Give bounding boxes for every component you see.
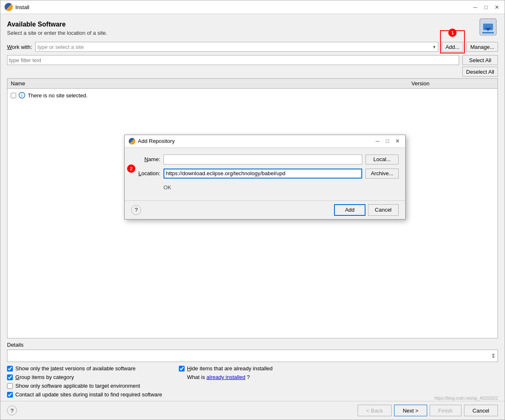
add-button[interactable]: Add... (442, 42, 463, 52)
ok-text: OK (164, 184, 171, 191)
bottom-bar: ? < Back Next > Finish Cancel (0, 401, 505, 420)
title-bar: Install ─ □ ✕ (0, 0, 505, 14)
contact-update-label: Contact all update sites during install … (15, 391, 162, 398)
already-installed-row: What is already installed ? (179, 374, 273, 380)
options-col-left: Show only the latest versions of availab… (7, 365, 162, 398)
col-name: Name (11, 80, 411, 87)
cancel-button[interactable]: Cancel (464, 405, 498, 416)
bottom-right: < Back Next > Finish Cancel (358, 405, 498, 416)
dialog-title-bar: Add Repository ─ □ ✕ (125, 135, 405, 148)
contact-update-checkbox[interactable] (7, 392, 13, 398)
col-version: Version (411, 80, 494, 87)
add-repository-dialog: Add Repository ─ □ ✕ Name: Local... (124, 135, 406, 220)
watermark: https://blog.csdn.net/qq_45202022 (435, 396, 498, 401)
options-section: Show only the latest versions of availab… (7, 365, 498, 398)
show-latest-label: Show only the latest versions of availab… (15, 365, 136, 372)
group-by-category-label: Group items by category (15, 374, 74, 380)
dialog-help-button[interactable]: ? (131, 205, 141, 215)
minimize-button[interactable]: ─ (471, 3, 479, 11)
page-subtitle: Select a site or enter the location of a… (7, 30, 498, 36)
details-input: ⇕ (7, 350, 498, 362)
title-bar-controls: ─ □ ✕ (471, 3, 500, 11)
add-button-wrapper: 1 Add... (442, 42, 463, 52)
local-button[interactable]: Local... (366, 154, 399, 164)
work-with-placeholder: type or select a site (37, 44, 84, 50)
select-all-button[interactable]: Select All (462, 55, 498, 65)
title-bar-left: Install (5, 3, 29, 11)
archive-button[interactable]: Archive... (366, 169, 399, 179)
dialog-eclipse-icon (129, 138, 135, 145)
no-site-checkbox[interactable] (11, 93, 16, 98)
finish-button[interactable]: Finish (430, 405, 462, 416)
show-applicable-row: Show only software applicable to target … (7, 383, 162, 389)
name-field-label: Name: (131, 156, 160, 162)
group-by-category-row: Group items by category (7, 374, 162, 380)
close-button[interactable]: ✕ (493, 3, 500, 11)
hide-installed-row: Hide items that are already installed (179, 365, 273, 372)
dialog-close-button[interactable]: ✕ (394, 138, 401, 145)
dialog-bottom-right: Add Cancel (334, 204, 399, 216)
options-col-right: Hide items that are already installed Wh… (179, 365, 273, 398)
bottom-left: ? (7, 406, 17, 415)
dialog-controls: ─ □ ✕ (374, 138, 401, 145)
no-site-message: There is no site selected. (28, 92, 88, 99)
install-icon-area (478, 17, 498, 38)
side-buttons: Select All Deselect All (462, 55, 498, 77)
location-field-label: Location: (131, 170, 160, 176)
dialog-minimize-button[interactable]: ─ (374, 138, 381, 145)
show-applicable-checkbox[interactable] (7, 383, 13, 389)
info-icon: i (19, 92, 25, 99)
filter-input[interactable] (7, 55, 459, 65)
maximize-button[interactable]: □ (482, 3, 490, 11)
window-title: Install (15, 4, 29, 10)
question-mark: ? (247, 374, 250, 380)
install-window: Install ─ □ ✕ Available Software Select … (0, 0, 505, 420)
details-arrows-icon: ⇕ (491, 352, 496, 359)
details-section: Details ⇕ (7, 342, 498, 362)
dialog-title-left: Add Repository (129, 138, 175, 145)
show-latest-checkbox[interactable] (7, 366, 13, 372)
location-input[interactable] (164, 169, 362, 179)
work-with-row: Work with: type or select a site ▼ 1 Add… (7, 42, 498, 52)
help-button[interactable]: ? (7, 406, 17, 415)
combo-arrow-icon: ▼ (432, 45, 436, 49)
badge-1: 1 (448, 29, 457, 37)
dialog-bottom: ? Add Cancel (125, 200, 405, 219)
show-applicable-label: Show only software applicable to target … (15, 383, 140, 389)
back-button[interactable]: < Back (358, 405, 392, 416)
eclipse-icon (5, 3, 13, 11)
dialog-title: Add Repository (138, 138, 175, 144)
deselect-all-button[interactable]: Deselect All (462, 67, 498, 77)
name-input[interactable] (164, 154, 362, 164)
work-with-combo[interactable]: type or select a site ▼ (35, 42, 438, 52)
page-title: Available Software (7, 21, 498, 28)
details-label: Details (7, 342, 498, 348)
table-header: Name Version (7, 79, 498, 89)
manage-button[interactable]: Manage... (467, 42, 498, 52)
what-is-label: What is (187, 374, 205, 380)
dialog-add-button[interactable]: Add (334, 204, 365, 216)
dialog-body: Name: Local... 2 Location: Archive... O (125, 148, 405, 200)
hide-installed-label: Hide items that are already installed (187, 365, 273, 372)
show-latest-row: Show only the latest versions of availab… (7, 365, 162, 372)
hide-installed-checkbox[interactable] (179, 366, 185, 372)
dialog-ok-row: OK (131, 183, 399, 194)
location-field-row: 2 Location: Archive... (131, 169, 399, 179)
badge-2: 2 (127, 164, 135, 173)
filter-row: Select All Deselect All (7, 55, 498, 77)
no-site-row: i There is no site selected. (11, 92, 494, 99)
contact-update-row: Contact all update sites during install … (7, 391, 162, 398)
dialog-maximize-button[interactable]: □ (384, 138, 391, 145)
work-with-label: Work with: (7, 44, 32, 50)
group-by-category-checkbox[interactable] (7, 374, 13, 380)
next-button[interactable]: Next > (394, 405, 427, 416)
dialog-cancel-button[interactable]: Cancel (368, 204, 399, 216)
install-icon (478, 17, 498, 37)
already-installed-link[interactable]: already installed (207, 374, 245, 380)
name-field-row: Name: Local... (131, 154, 399, 164)
svg-rect-3 (482, 32, 494, 34)
